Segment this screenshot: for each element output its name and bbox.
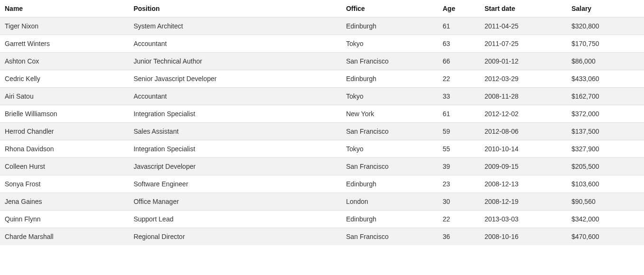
cell-position: Integration Specialist xyxy=(129,105,341,123)
cell-office: New York xyxy=(341,105,438,123)
cell-age: 33 xyxy=(438,88,480,105)
table-row[interactable]: Cedric KellySenior Javascript DeveloperE… xyxy=(0,70,644,88)
cell-office: Edinburgh xyxy=(341,211,438,228)
cell-salary: $342,000 xyxy=(567,211,644,228)
table-header-row: Name Position Office Age Start date Sala… xyxy=(0,0,644,18)
col-header-position[interactable]: Position xyxy=(129,0,341,18)
cell-name: Garrett Winters xyxy=(0,35,129,53)
cell-start_date: 2008-11-28 xyxy=(480,88,567,105)
cell-name: Rhona Davidson xyxy=(0,140,129,158)
cell-age: 22 xyxy=(438,70,480,88)
cell-age: 23 xyxy=(438,175,480,193)
cell-position: Senior Javascript Developer xyxy=(129,70,341,88)
cell-salary: $320,800 xyxy=(567,18,644,35)
cell-salary: $170,750 xyxy=(567,35,644,53)
cell-age: 59 xyxy=(438,123,480,140)
cell-salary: $433,060 xyxy=(567,70,644,88)
cell-position: Accountant xyxy=(129,35,341,53)
cell-position: Integration Specialist xyxy=(129,140,341,158)
cell-name: Quinn Flynn xyxy=(0,211,129,228)
cell-age: 61 xyxy=(438,18,480,35)
cell-salary: $327,900 xyxy=(567,140,644,158)
table-row[interactable]: Rhona DavidsonIntegration SpecialistToky… xyxy=(0,140,644,158)
cell-office: Edinburgh xyxy=(341,18,438,35)
cell-office: Tokyo xyxy=(341,35,438,53)
table-row[interactable]: Brielle WilliamsonIntegration Specialist… xyxy=(0,105,644,123)
table-row[interactable]: Colleen HurstJavascript DeveloperSan Fra… xyxy=(0,158,644,175)
cell-start_date: 2013-03-03 xyxy=(480,211,567,228)
cell-start_date: 2012-08-06 xyxy=(480,123,567,140)
cell-position: Accountant xyxy=(129,88,341,105)
cell-salary: $162,700 xyxy=(567,88,644,105)
table-row[interactable]: Garrett WintersAccountantTokyo632011-07-… xyxy=(0,35,644,53)
cell-start_date: 2011-04-25 xyxy=(480,18,567,35)
cell-position: Javascript Developer xyxy=(129,158,341,175)
col-header-age[interactable]: Age xyxy=(438,0,480,18)
table-row[interactable]: Ashton CoxJunior Technical AuthorSan Fra… xyxy=(0,53,644,70)
cell-age: 39 xyxy=(438,158,480,175)
cell-name: Charde Marshall xyxy=(0,228,129,246)
table-row[interactable]: Quinn FlynnSupport LeadEdinburgh222013-0… xyxy=(0,211,644,228)
cell-office: San Francisco xyxy=(341,123,438,140)
col-header-salary[interactable]: Salary xyxy=(567,0,644,18)
cell-position: Software Engineer xyxy=(129,175,341,193)
cell-name: Brielle Williamson xyxy=(0,105,129,123)
cell-position: Office Manager xyxy=(129,193,341,211)
col-header-office[interactable]: Office xyxy=(341,0,438,18)
cell-salary: $90,560 xyxy=(567,193,644,211)
cell-office: London xyxy=(341,193,438,211)
cell-position: Regional Director xyxy=(129,228,341,246)
cell-age: 63 xyxy=(438,35,480,53)
cell-age: 30 xyxy=(438,193,480,211)
cell-salary: $372,000 xyxy=(567,105,644,123)
cell-start_date: 2012-12-02 xyxy=(480,105,567,123)
cell-position: System Architect xyxy=(129,18,341,35)
cell-name: Tiger Nixon xyxy=(0,18,129,35)
cell-office: San Francisco xyxy=(341,228,438,246)
cell-name: Herrod Chandler xyxy=(0,123,129,140)
cell-position: Support Lead xyxy=(129,211,341,228)
cell-position: Sales Assistant xyxy=(129,123,341,140)
cell-office: San Francisco xyxy=(341,53,438,70)
cell-start_date: 2008-12-19 xyxy=(480,193,567,211)
cell-name: Colleen Hurst xyxy=(0,158,129,175)
employees-table: Name Position Office Age Start date Sala… xyxy=(0,0,644,245)
table-row[interactable]: Sonya FrostSoftware EngineerEdinburgh232… xyxy=(0,175,644,193)
cell-age: 66 xyxy=(438,53,480,70)
cell-salary: $205,500 xyxy=(567,158,644,175)
cell-name: Sonya Frost xyxy=(0,175,129,193)
table-row[interactable]: Tiger NixonSystem ArchitectEdinburgh6120… xyxy=(0,18,644,35)
cell-start_date: 2009-01-12 xyxy=(480,53,567,70)
cell-office: Edinburgh xyxy=(341,175,438,193)
cell-name: Airi Satou xyxy=(0,88,129,105)
table-row[interactable]: Jena GainesOffice ManagerLondon302008-12… xyxy=(0,193,644,211)
cell-office: Tokyo xyxy=(341,140,438,158)
cell-salary: $103,600 xyxy=(567,175,644,193)
cell-office: Tokyo xyxy=(341,88,438,105)
cell-age: 61 xyxy=(438,105,480,123)
cell-age: 22 xyxy=(438,211,480,228)
cell-position: Junior Technical Author xyxy=(129,53,341,70)
cell-start_date: 2009-09-15 xyxy=(480,158,567,175)
cell-age: 55 xyxy=(438,140,480,158)
cell-start_date: 2008-10-16 xyxy=(480,228,567,246)
cell-start_date: 2011-07-25 xyxy=(480,35,567,53)
cell-salary: $470,600 xyxy=(567,228,644,246)
table-row[interactable]: Herrod ChandlerSales AssistantSan Franci… xyxy=(0,123,644,140)
col-header-name[interactable]: Name xyxy=(0,0,129,18)
table-row[interactable]: Charde MarshallRegional DirectorSan Fran… xyxy=(0,228,644,246)
cell-office: Edinburgh xyxy=(341,70,438,88)
cell-start_date: 2008-12-13 xyxy=(480,175,567,193)
cell-office: San Francisco xyxy=(341,158,438,175)
table-row[interactable]: Airi SatouAccountantTokyo332008-11-28$16… xyxy=(0,88,644,105)
cell-start_date: 2012-03-29 xyxy=(480,70,567,88)
cell-start_date: 2010-10-14 xyxy=(480,140,567,158)
cell-name: Cedric Kelly xyxy=(0,70,129,88)
cell-salary: $137,500 xyxy=(567,123,644,140)
cell-name: Ashton Cox xyxy=(0,53,129,70)
cell-age: 36 xyxy=(438,228,480,246)
cell-name: Jena Gaines xyxy=(0,193,129,211)
cell-salary: $86,000 xyxy=(567,53,644,70)
col-header-start-date[interactable]: Start date xyxy=(480,0,567,18)
